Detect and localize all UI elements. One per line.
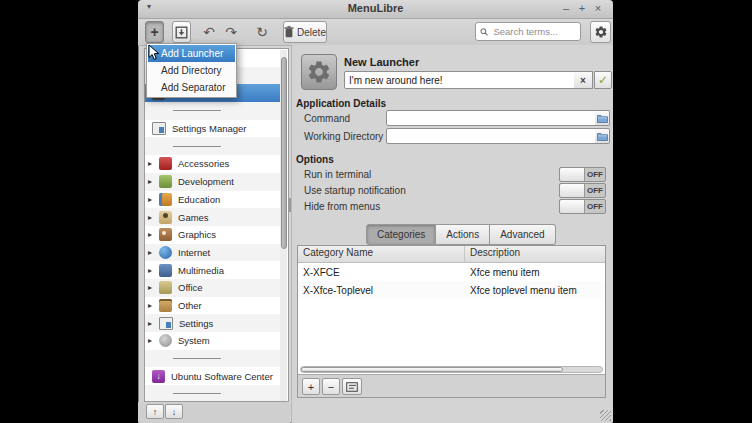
settings-menu-button[interactable] [590, 21, 611, 43]
search-input[interactable] [491, 25, 576, 38]
command-browse-button[interactable] [595, 110, 610, 126]
remove-category-button[interactable]: − [322, 378, 340, 395]
separator-line [173, 358, 221, 359]
expander-icon[interactable]: ▸ [148, 213, 157, 222]
launcher-icon-button[interactable] [301, 54, 337, 90]
expander-icon[interactable]: ▸ [148, 319, 157, 328]
expander-icon[interactable]: ▸ [148, 248, 157, 257]
save-launcher-button[interactable] [172, 21, 191, 43]
use-startup-notification-label: Use startup notification [304, 185, 406, 196]
tree-item-education[interactable]: ▸Education [145, 191, 281, 209]
office-icon [159, 281, 172, 294]
expander-icon[interactable]: ▸ [148, 177, 157, 186]
main-toolbar: + ↶ ↷ ↻ Delete [138, 19, 613, 46]
edit-category-button[interactable] [342, 378, 362, 395]
ubuntu-software-center-icon: ↓ [152, 370, 165, 383]
add-category-button[interactable]: + [302, 378, 320, 395]
refresh-button[interactable]: ↻ [251, 21, 273, 43]
table-horizontal-scrollbar[interactable] [300, 366, 603, 373]
graphics-icon [159, 228, 172, 241]
expander-icon[interactable]: ▸ [148, 159, 157, 168]
clear-name-button[interactable]: × [574, 71, 593, 89]
table-action-bar: + − [298, 374, 605, 398]
expander-icon[interactable]: ▸ [148, 301, 157, 310]
tree-item-accessories[interactable]: ▸Accessories [145, 155, 281, 173]
move-up-button[interactable]: ↑ [146, 404, 164, 419]
expander-icon[interactable]: ▸ [148, 230, 157, 239]
menu-item-add-separator[interactable]: Add Separator [148, 79, 235, 96]
menu-item-add-directory[interactable]: Add Directory [148, 62, 235, 79]
options-heading: Options [296, 154, 334, 165]
working-directory-input[interactable] [386, 128, 596, 144]
tree-item-settings-manager[interactable]: Settings Manager [145, 120, 281, 138]
toggle-knob [560, 184, 585, 197]
tree-action-bar: ↑ ↓ [138, 402, 290, 423]
accessories-icon [159, 157, 172, 170]
settings-icon [159, 317, 173, 330]
tab-actions[interactable]: Actions [436, 224, 490, 245]
other-icon [159, 299, 172, 312]
tree-item-development[interactable]: ▸Development [145, 173, 281, 191]
separator-line [173, 146, 221, 147]
categories-table: Category Name Description X-XFCE Xfce me… [297, 245, 606, 398]
tree-item-label: Ubuntu Software Center [171, 371, 273, 382]
table-row[interactable]: X-Xfce-Toplevel Xfce toplevel menu item [298, 281, 605, 299]
tree-item-internet[interactable]: ▸Internet [145, 244, 281, 262]
delete-button-label: Delete [297, 27, 326, 38]
launcher-editor: New Launcher × ✓ Application Details Com… [291, 45, 613, 423]
expander-icon[interactable]: ▸ [148, 195, 157, 204]
edit-list-icon [346, 382, 358, 392]
use-startup-notification-toggle[interactable]: OFF [559, 183, 606, 198]
table-scrollbar-thumb[interactable] [301, 367, 563, 372]
expander-icon[interactable]: ▸ [148, 336, 157, 345]
toggle-state: OFF [585, 200, 605, 213]
development-icon [159, 175, 172, 188]
add-button[interactable]: + [145, 21, 164, 43]
tree-item-multimedia[interactable]: ▸Multimedia [145, 261, 281, 279]
separator-line [173, 393, 221, 394]
menu-item-add-launcher[interactable]: Add Launcher [148, 45, 235, 62]
tab-categories[interactable]: Categories [366, 224, 436, 245]
redo-button[interactable]: ↷ [220, 21, 242, 43]
run-in-terminal-label: Run in terminal [304, 169, 371, 180]
tree-item-other[interactable]: ▸Other [145, 297, 281, 315]
tree-item-system[interactable]: ▸System [145, 332, 281, 350]
command-input[interactable] [386, 110, 596, 126]
toggle-state: OFF [585, 184, 605, 197]
gear-icon [594, 25, 608, 39]
maximize-button[interactable]: + [575, 1, 589, 16]
titlebar[interactable]: ▾ MenuLibre – + × [138, 0, 613, 19]
separator-line [173, 110, 221, 111]
apply-name-button[interactable]: ✓ [594, 71, 612, 89]
tree-item-label: Settings [179, 318, 213, 329]
column-header-category-name[interactable]: Category Name [298, 246, 465, 262]
column-header-description[interactable]: Description [465, 246, 605, 262]
expander-icon[interactable]: ▸ [148, 283, 157, 292]
table-row[interactable]: X-XFCE Xfce menu item [298, 263, 605, 281]
tree-scrollbar[interactable] [280, 50, 287, 402]
table-header: Category Name Description [298, 246, 605, 263]
tree-item-graphics[interactable]: ▸Graphics [145, 226, 281, 244]
tree-item-label: Other [178, 300, 202, 311]
minimize-button[interactable]: – [559, 1, 573, 16]
run-in-terminal-toggle[interactable]: OFF [559, 167, 606, 182]
expander-icon[interactable]: ▸ [148, 266, 157, 275]
hide-from-menus-toggle[interactable]: OFF [559, 199, 606, 214]
tree-item-games[interactable]: ▸Games [145, 208, 281, 226]
category-name-cell: X-Xfce-Toplevel [298, 285, 465, 296]
launcher-name-input[interactable] [344, 71, 575, 89]
tab-advanced[interactable]: Advanced [490, 224, 555, 245]
tree-scrollbar-thumb[interactable] [281, 57, 287, 249]
tree-item-office[interactable]: ▸Office [145, 279, 281, 297]
hide-from-menus-label: Hide from menus [304, 201, 380, 212]
working-directory-browse-button[interactable] [595, 128, 610, 144]
tree-item-ubuntu-software-center[interactable]: ↓Ubuntu Software Center [145, 367, 281, 385]
move-down-button[interactable]: ↓ [165, 404, 183, 419]
tree-item-settings[interactable]: ▸Settings [145, 314, 281, 332]
close-button[interactable]: × [591, 1, 605, 16]
delete-button[interactable]: Delete [283, 21, 327, 43]
multimedia-icon [159, 264, 172, 277]
resize-grip[interactable] [600, 410, 611, 421]
application-details-heading: Application Details [296, 98, 386, 109]
undo-button[interactable]: ↶ [198, 21, 220, 43]
